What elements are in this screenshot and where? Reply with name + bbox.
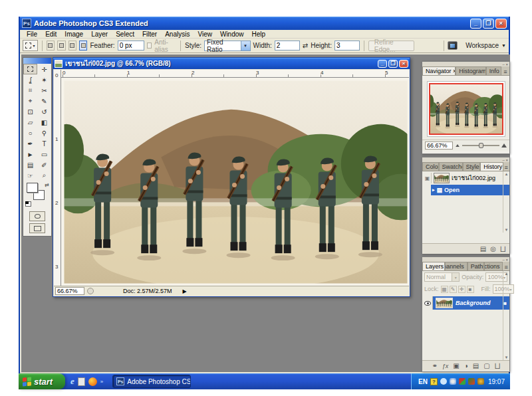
new-layer-icon[interactable]: ▢: [483, 362, 489, 369]
bridge-icon[interactable]: [448, 41, 458, 50]
layer-style-icon[interactable]: ƒx: [442, 363, 449, 369]
menu-analysis[interactable]: Analysis: [161, 31, 194, 38]
tab-color[interactable]: Color: [422, 162, 439, 171]
history-source-icon[interactable]: ▣: [424, 173, 432, 183]
add-selection-button[interactable]: [57, 41, 65, 50]
toolbox-titlebar[interactable]: [23, 58, 51, 64]
palette-window-buttons[interactable]: – ×: [422, 257, 509, 262]
scroll-down-icon[interactable]: ▼: [505, 228, 509, 232]
swap-colors-icon[interactable]: ⇄: [45, 182, 49, 188]
swap-dimensions-icon[interactable]: ⇄: [303, 42, 308, 49]
navigator-zoom-input[interactable]: [425, 142, 453, 149]
menu-filter[interactable]: Filter: [138, 31, 161, 38]
type-tool[interactable]: T: [37, 138, 51, 149]
close-button[interactable]: ×: [495, 19, 507, 29]
healing-brush-tool[interactable]: ⌖: [23, 96, 37, 106]
dodge-tool[interactable]: ⚲: [37, 128, 51, 138]
tab-styles[interactable]: Styles: [463, 162, 481, 171]
firefox-icon[interactable]: [88, 377, 97, 386]
history-snapshot-row[interactable]: ▣ เขาชนไก่002.jpg: [422, 171, 509, 185]
eyedropper-tool[interactable]: ✐: [37, 159, 51, 170]
layer-mask-icon[interactable]: ▣: [453, 362, 459, 369]
doc-close-button[interactable]: ×: [399, 60, 408, 68]
screen-mode-button[interactable]: [29, 223, 45, 233]
new-selection-button[interactable]: [47, 41, 55, 50]
eraser-tool[interactable]: ▱: [23, 117, 37, 128]
new-snapshot-icon[interactable]: ◎: [490, 245, 496, 252]
delete-state-icon[interactable]: ⨆: [500, 245, 505, 253]
history-brush-tool[interactable]: ↺: [37, 106, 51, 117]
menu-edit[interactable]: Edit: [41, 31, 61, 38]
zoom-tool[interactable]: ⌕: [37, 170, 51, 181]
workspace-label[interactable]: Workspace: [466, 42, 499, 49]
link-layers-icon[interactable]: ⚭: [432, 362, 437, 369]
scroll-up-icon[interactable]: ▲: [505, 172, 509, 176]
navigator-view-box[interactable]: [429, 83, 503, 135]
layer-group-icon[interactable]: ▤: [473, 362, 479, 369]
quick-mask-button[interactable]: [29, 211, 45, 221]
brush-tool[interactable]: ✎: [37, 96, 51, 106]
feather-input[interactable]: [118, 41, 144, 50]
subtract-selection-button[interactable]: [68, 41, 76, 50]
scroll-down-icon[interactable]: ▼: [505, 355, 509, 359]
notes-tool[interactable]: ▤: [23, 159, 37, 170]
shape-tool[interactable]: ▭: [37, 149, 51, 159]
tab-history[interactable]: History ×: [480, 162, 503, 171]
taskbar-item-photoshop[interactable]: Ps Adobe Photoshop CS...: [112, 375, 191, 388]
tray-icon[interactable]: [477, 378, 484, 385]
menu-help[interactable]: Help: [248, 31, 270, 38]
intersect-selection-button[interactable]: [79, 41, 87, 50]
slider-thumb[interactable]: [479, 143, 483, 148]
navigator-thumbnail[interactable]: [427, 81, 505, 137]
photo-canvas[interactable]: [61, 78, 409, 286]
app-titlebar[interactable]: Ps Adobe Photoshop CS3 Extended _ ❐ ×: [20, 17, 509, 30]
palette-menu-icon[interactable]: ≡: [501, 68, 509, 75]
scroll-up-icon[interactable]: ▲: [505, 272, 509, 276]
clone-stamp-tool[interactable]: ⊡: [23, 106, 37, 117]
default-colors-icon[interactable]: [25, 201, 31, 207]
gradient-tool[interactable]: ◧: [37, 117, 51, 128]
menu-select[interactable]: Select: [112, 31, 138, 38]
internet-explorer-icon[interactable]: e: [70, 376, 74, 387]
clock[interactable]: 19:07: [488, 378, 505, 385]
width-input[interactable]: [275, 41, 300, 50]
tab-histogram[interactable]: Histogram: [456, 66, 486, 75]
palette-menu-icon[interactable]: ≡: [503, 264, 509, 270]
pen-tool[interactable]: ✒: [23, 138, 37, 149]
blur-tool[interactable]: ○: [23, 128, 37, 138]
adjustment-layer-icon[interactable]: ◑: [464, 362, 468, 369]
chevron-down-icon[interactable]: ▼: [241, 41, 250, 50]
lock-transparent-icon[interactable]: ▦: [441, 286, 448, 293]
menu-window[interactable]: Window: [216, 31, 248, 38]
language-indicator[interactable]: EN: [418, 378, 428, 385]
palette-window-buttons[interactable]: – ×: [422, 62, 509, 66]
tab-paths[interactable]: Paths: [467, 262, 485, 270]
minimize-button[interactable]: _: [470, 19, 481, 29]
style-select[interactable]: Fixed Ratio ▼: [204, 41, 250, 51]
lasso-tool[interactable]: ʆ: [23, 74, 37, 85]
visibility-toggle[interactable]: [422, 296, 433, 310]
palette-menu-icon[interactable]: ≡: [503, 164, 510, 171]
help-tray-icon[interactable]: ?: [430, 378, 438, 385]
tray-icon[interactable]: [459, 378, 466, 385]
tab-actions[interactable]: Actions: [484, 262, 503, 270]
magic-wand-tool[interactable]: ✶: [37, 74, 51, 85]
layer-row-background[interactable]: Background ■: [422, 296, 509, 310]
menu-layer[interactable]: Layer: [87, 31, 112, 38]
hand-tool[interactable]: ☞: [23, 170, 37, 181]
tray-icon[interactable]: [450, 378, 456, 385]
tray-icon[interactable]: [468, 378, 475, 385]
doc-minimize-button[interactable]: _: [378, 60, 387, 68]
scrollbar[interactable]: ▲ ▼: [503, 271, 509, 360]
lock-all-icon[interactable]: ■: [467, 286, 474, 293]
palette-window-buttons[interactable]: – ×: [422, 157, 509, 162]
history-state-open[interactable]: ▸ ▤ Open: [431, 185, 509, 195]
scrollbar[interactable]: ▲ ▼: [503, 171, 509, 233]
delete-layer-icon[interactable]: ⨆: [495, 362, 500, 370]
tab-layers[interactable]: Layers ×: [422, 262, 445, 270]
workspace-dropdown-icon[interactable]: ▼: [501, 43, 506, 48]
move-tool[interactable]: ✛: [37, 64, 51, 74]
lock-position-icon[interactable]: ✛: [458, 286, 466, 293]
status-info-icon[interactable]: [87, 288, 94, 294]
tab-swatches[interactable]: Swatches: [439, 162, 463, 171]
